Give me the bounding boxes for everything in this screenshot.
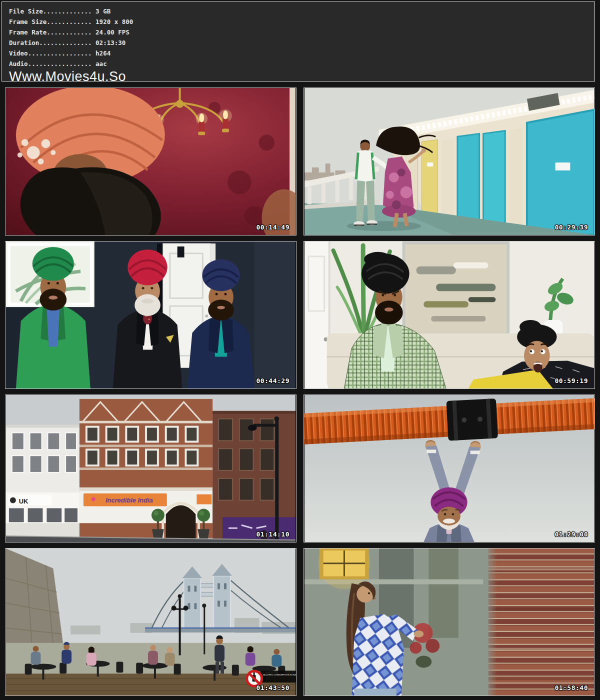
info-line-audio: Audio................. aac — [9, 58, 594, 69]
scene-tower-bridge-cafe: ALCOHOL CONSUMPTION IS INJURIOUS TO HEAL… — [6, 548, 296, 696]
timestamp-overlay: 01:43:50 — [256, 684, 290, 692]
white-door — [304, 242, 330, 388]
blur-fade — [484, 548, 498, 696]
scene-three-men — [6, 242, 296, 388]
abstract-painting — [404, 243, 508, 334]
timestamp-overlay: 01:29:00 — [554, 530, 588, 538]
timestamp-overlay: 00:59:19 — [554, 377, 588, 384]
wall-device — [178, 246, 184, 258]
movie-screenshots-sheet: File Size............. 3 GB Frame Size..… — [0, 0, 600, 700]
blurred-brick-wall — [488, 548, 594, 696]
incredible-india-sign-text: Incredible India — [106, 496, 153, 504]
timestamp-overlay: 01:58:40 — [554, 684, 588, 692]
scene-living-room — [304, 242, 594, 388]
purple-shop-sign — [222, 517, 296, 542]
screenshot-thumb-6: 01:29:00 — [304, 394, 595, 542]
incredible-india-building: Incredible India — [80, 399, 212, 542]
timestamp-overlay: 00:29:39 — [554, 224, 588, 231]
scene-pipe-hang — [304, 395, 594, 542]
info-line-frame-rate: Frame Rate............ 24.00 FPS — [9, 27, 594, 38]
scene-beach-huts-dance — [304, 88, 594, 235]
uk-shop-sign-text: UK — [19, 498, 28, 505]
arched-doorway — [166, 506, 196, 542]
scene-turban-closeup — [6, 88, 296, 235]
screenshot-thumb-7: ALCOHOL CONSUMPTION IS INJURIOUS TO HEAL… — [5, 548, 296, 696]
info-line-frame-size: Frame Size............ 1920 x 800 — [9, 16, 594, 27]
timestamp-overlay: 01:14:10 — [256, 530, 290, 538]
screenshot-thumb-2: 00:29:39 — [304, 88, 595, 236]
timestamp-overlay: 00:44:29 — [256, 377, 290, 384]
media-info-panel: File Size............. 3 GB Frame Size..… — [2, 2, 595, 82]
screenshot-thumb-4: 00:59:19 — [304, 241, 595, 389]
screenshot-thumb-5: UK — [5, 394, 296, 542]
info-line-duration: Duration.............. 02:13:30 — [9, 38, 594, 48]
alcohol-warning-text: ALCOHOL CONSUMPTION IS INJURIOUS TO HEAL… — [263, 674, 296, 676]
scene-motion-blur — [304, 548, 594, 696]
left-white-building: UK — [6, 425, 80, 542]
screenshot-thumb-8: 01:58:40 — [304, 548, 595, 696]
right-brick-building — [212, 411, 296, 542]
scene-london-street: UK — [6, 395, 296, 542]
screenshot-thumb-3: 00:44:29 — [5, 241, 296, 389]
info-line-file-size: File Size............. 3 GB — [9, 6, 594, 16]
info-line-video: Video................. h264 — [9, 48, 594, 58]
timestamp-overlay: 00:14:49 — [256, 224, 290, 231]
screenshot-thumb-1: 00:14:49 — [5, 88, 296, 236]
site-watermark: Www.Movies4u.So — [9, 69, 594, 84]
